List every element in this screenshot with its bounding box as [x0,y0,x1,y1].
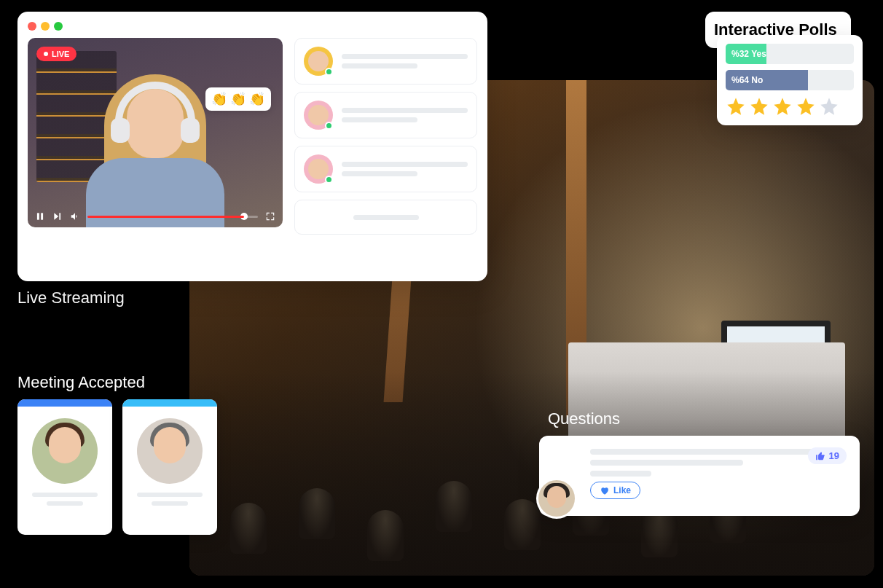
pause-icon[interactable] [35,211,45,222]
questions-label: Questions [548,409,620,428]
maximize-icon[interactable] [54,22,63,31]
reactions-bubble: 👏 👏 👏 [205,87,271,111]
participant-item[interactable] [294,92,477,138]
poll-option-yes[interactable]: %32 Yes [726,44,854,64]
avatar [32,418,98,484]
participant-item-empty[interactable] [294,200,477,235]
star-rating[interactable] [726,96,854,117]
polls-card: %32 Yes %64 No [717,35,863,125]
video-controls [28,205,283,227]
avatar [304,154,333,184]
avatar [137,418,203,484]
poll-label: %64 No [726,75,763,85]
meeting-accepted-label: Meeting Accepted [17,373,145,392]
fullscreen-icon[interactable] [265,211,275,222]
star-icon[interactable] [749,96,769,117]
video-player[interactable]: LIVE 👏 👏 👏 [28,38,283,227]
progress-bar[interactable] [87,216,258,218]
participant-item[interactable] [294,146,477,192]
star-icon[interactable] [796,96,816,117]
like-button[interactable]: Like [590,482,640,499]
meeting-card[interactable] [17,399,112,535]
next-icon[interactable] [52,211,63,222]
volume-icon[interactable] [70,211,80,222]
svg-rect-1 [41,213,43,219]
clap-icon: 👏 [249,91,265,107]
star-icon[interactable] [726,96,746,117]
close-icon[interactable] [28,22,36,31]
star-icon[interactable] [819,96,839,117]
poll-label: %32 Yes [726,49,766,59]
participant-list [294,38,477,235]
question-card: 19 Like [539,436,860,516]
participant-item[interactable] [294,38,477,85]
like-count-value: 19 [829,450,839,461]
thumbs-up-icon [815,451,825,461]
poll-option-no[interactable]: %64 No [726,70,854,90]
online-status-icon [325,176,333,184]
meeting-cards [17,399,217,535]
question-text-placeholder [590,449,845,477]
like-button-label: Like [613,485,631,495]
star-icon[interactable] [772,96,793,117]
window-controls [28,22,477,31]
stream-window: LIVE 👏 👏 👏 [17,12,487,281]
avatar [304,47,333,76]
live-streaming-label: Live Streaming [17,289,125,307]
svg-rect-0 [37,213,39,219]
meeting-card[interactable] [122,399,217,535]
clap-icon: 👏 [230,91,246,107]
avatar [304,101,333,130]
online-status-icon [325,122,333,130]
live-badge: LIVE [36,47,76,61]
minimize-icon[interactable] [41,22,50,31]
like-count-badge: 19 [808,447,847,464]
heart-icon [600,486,609,495]
avatar [536,478,577,519]
online-status-icon [325,68,333,76]
clap-icon: 👏 [211,91,227,107]
